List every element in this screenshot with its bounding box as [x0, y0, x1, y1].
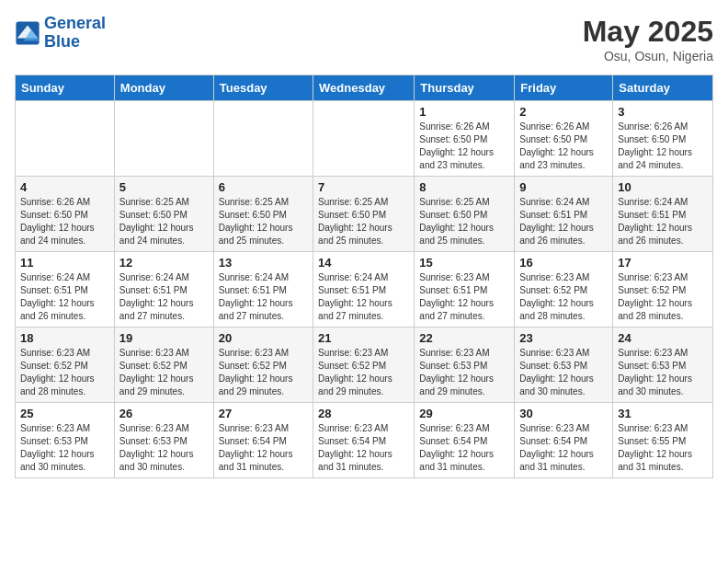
- day-number: 13: [219, 256, 308, 270]
- calendar-cell: 22Sunrise: 6:23 AM Sunset: 6:53 PM Dayli…: [415, 327, 515, 403]
- day-number: 23: [519, 331, 608, 345]
- day-number: 19: [119, 331, 209, 345]
- calendar-cell: 11Sunrise: 6:24 AM Sunset: 6:51 PM Dayli…: [16, 252, 115, 327]
- calendar-cell: 27Sunrise: 6:23 AM Sunset: 6:54 PM Dayli…: [213, 403, 313, 478]
- calendar-cell: 23Sunrise: 6:23 AM Sunset: 6:53 PM Dayli…: [515, 327, 613, 403]
- calendar-cell: 28Sunrise: 6:23 AM Sunset: 6:54 PM Dayli…: [313, 403, 415, 478]
- day-info: Sunrise: 6:26 AM Sunset: 6:50 PM Dayligh…: [20, 196, 109, 247]
- day-number: 29: [419, 407, 509, 420]
- day-number: 4: [20, 180, 109, 194]
- calendar-cell: 4Sunrise: 6:26 AM Sunset: 6:50 PM Daylig…: [16, 177, 115, 252]
- day-info: Sunrise: 6:25 AM Sunset: 6:50 PM Dayligh…: [119, 196, 209, 247]
- calendar-week-row: 25Sunrise: 6:23 AM Sunset: 6:53 PM Dayli…: [16, 403, 713, 478]
- calendar-cell: 25Sunrise: 6:23 AM Sunset: 6:53 PM Dayli…: [16, 403, 115, 478]
- day-info: Sunrise: 6:26 AM Sunset: 6:50 PM Dayligh…: [519, 121, 608, 172]
- day-number: 24: [618, 331, 708, 345]
- weekday-header: Monday: [114, 75, 213, 101]
- day-number: 7: [318, 180, 409, 194]
- day-info: Sunrise: 6:23 AM Sunset: 6:54 PM Dayligh…: [318, 422, 409, 474]
- day-number: 8: [419, 180, 509, 194]
- day-number: 20: [219, 331, 308, 345]
- month-title: May 2025: [583, 15, 713, 49]
- calendar-cell: 1Sunrise: 6:26 AM Sunset: 6:50 PM Daylig…: [415, 101, 515, 177]
- weekday-header-row: SundayMondayTuesdayWednesdayThursdayFrid…: [16, 75, 713, 101]
- day-number: 3: [618, 105, 708, 119]
- weekday-header: Saturday: [613, 75, 713, 101]
- page-header: General Blue May 2025 Osu, Osun, Nigeria: [15, 15, 713, 63]
- day-number: 22: [419, 331, 509, 345]
- calendar-cell: 8Sunrise: 6:25 AM Sunset: 6:50 PM Daylig…: [415, 177, 515, 252]
- calendar-cell: 3Sunrise: 6:26 AM Sunset: 6:50 PM Daylig…: [613, 101, 713, 177]
- day-info: Sunrise: 6:25 AM Sunset: 6:50 PM Dayligh…: [219, 196, 308, 247]
- day-number: 14: [318, 256, 409, 270]
- day-number: 25: [20, 407, 109, 420]
- day-info: Sunrise: 6:23 AM Sunset: 6:55 PM Dayligh…: [618, 422, 708, 474]
- day-number: 6: [219, 180, 308, 194]
- day-info: Sunrise: 6:23 AM Sunset: 6:52 PM Dayligh…: [318, 347, 409, 398]
- calendar-cell: 13Sunrise: 6:24 AM Sunset: 6:51 PM Dayli…: [213, 252, 313, 327]
- calendar-cell: [114, 101, 213, 177]
- calendar-cell: 31Sunrise: 6:23 AM Sunset: 6:55 PM Dayli…: [613, 403, 713, 478]
- logo: General Blue: [15, 15, 106, 52]
- day-info: Sunrise: 6:23 AM Sunset: 6:53 PM Dayligh…: [20, 422, 109, 474]
- logo-icon: [15, 20, 40, 46]
- day-info: Sunrise: 6:24 AM Sunset: 6:51 PM Dayligh…: [618, 196, 708, 247]
- calendar-cell: 9Sunrise: 6:24 AM Sunset: 6:51 PM Daylig…: [515, 177, 613, 252]
- calendar-cell: 21Sunrise: 6:23 AM Sunset: 6:52 PM Dayli…: [313, 327, 415, 403]
- logo-text: General Blue: [44, 15, 106, 52]
- day-info: Sunrise: 6:25 AM Sunset: 6:50 PM Dayligh…: [318, 196, 409, 247]
- day-info: Sunrise: 6:24 AM Sunset: 6:51 PM Dayligh…: [219, 271, 308, 323]
- day-number: 27: [219, 407, 308, 420]
- logo-line1: General: [44, 14, 106, 32]
- calendar-cell: [313, 101, 415, 177]
- calendar-week-row: 1Sunrise: 6:26 AM Sunset: 6:50 PM Daylig…: [16, 101, 713, 177]
- day-number: 11: [20, 256, 109, 270]
- calendar-table: SundayMondayTuesdayWednesdayThursdayFrid…: [15, 75, 713, 478]
- day-number: 15: [419, 256, 509, 270]
- calendar-cell: 29Sunrise: 6:23 AM Sunset: 6:54 PM Dayli…: [415, 403, 515, 478]
- day-info: Sunrise: 6:23 AM Sunset: 6:53 PM Dayligh…: [419, 347, 509, 398]
- weekday-header: Wednesday: [313, 75, 415, 101]
- day-number: 1: [419, 105, 509, 119]
- title-block: May 2025 Osu, Osun, Nigeria: [583, 15, 713, 63]
- calendar-week-row: 4Sunrise: 6:26 AM Sunset: 6:50 PM Daylig…: [16, 177, 713, 252]
- calendar-cell: 26Sunrise: 6:23 AM Sunset: 6:53 PM Dayli…: [114, 403, 213, 478]
- calendar-cell: 24Sunrise: 6:23 AM Sunset: 6:53 PM Dayli…: [613, 327, 713, 403]
- day-number: 5: [119, 180, 209, 194]
- calendar-cell: 30Sunrise: 6:23 AM Sunset: 6:54 PM Dayli…: [515, 403, 613, 478]
- day-info: Sunrise: 6:23 AM Sunset: 6:53 PM Dayligh…: [618, 347, 708, 398]
- day-info: Sunrise: 6:26 AM Sunset: 6:50 PM Dayligh…: [419, 121, 509, 172]
- day-number: 31: [618, 407, 708, 420]
- day-number: 18: [20, 331, 109, 345]
- day-info: Sunrise: 6:26 AM Sunset: 6:50 PM Dayligh…: [618, 121, 708, 172]
- calendar-cell: 14Sunrise: 6:24 AM Sunset: 6:51 PM Dayli…: [313, 252, 415, 327]
- calendar-cell: 5Sunrise: 6:25 AM Sunset: 6:50 PM Daylig…: [114, 177, 213, 252]
- day-info: Sunrise: 6:23 AM Sunset: 6:53 PM Dayligh…: [119, 422, 209, 474]
- calendar-cell: 18Sunrise: 6:23 AM Sunset: 6:52 PM Dayli…: [16, 327, 115, 403]
- day-info: Sunrise: 6:23 AM Sunset: 6:52 PM Dayligh…: [119, 347, 209, 398]
- day-number: 21: [318, 331, 409, 345]
- calendar-cell: 7Sunrise: 6:25 AM Sunset: 6:50 PM Daylig…: [313, 177, 415, 252]
- day-number: 16: [519, 256, 608, 270]
- day-info: Sunrise: 6:25 AM Sunset: 6:50 PM Dayligh…: [419, 196, 509, 247]
- day-info: Sunrise: 6:23 AM Sunset: 6:53 PM Dayligh…: [519, 347, 608, 398]
- calendar-cell: 15Sunrise: 6:23 AM Sunset: 6:51 PM Dayli…: [415, 252, 515, 327]
- calendar-cell: 6Sunrise: 6:25 AM Sunset: 6:50 PM Daylig…: [213, 177, 313, 252]
- calendar-cell: 20Sunrise: 6:23 AM Sunset: 6:52 PM Dayli…: [213, 327, 313, 403]
- day-number: 28: [318, 407, 409, 420]
- day-number: 2: [519, 105, 608, 119]
- day-number: 30: [519, 407, 608, 420]
- calendar-cell: [16, 101, 115, 177]
- weekday-header: Sunday: [16, 75, 115, 101]
- calendar-cell: 19Sunrise: 6:23 AM Sunset: 6:52 PM Dayli…: [114, 327, 213, 403]
- calendar-cell: 16Sunrise: 6:23 AM Sunset: 6:52 PM Dayli…: [515, 252, 613, 327]
- day-info: Sunrise: 6:23 AM Sunset: 6:52 PM Dayligh…: [618, 271, 708, 323]
- day-number: 26: [119, 407, 209, 420]
- day-info: Sunrise: 6:23 AM Sunset: 6:52 PM Dayligh…: [20, 347, 109, 398]
- calendar-cell: 17Sunrise: 6:23 AM Sunset: 6:52 PM Dayli…: [613, 252, 713, 327]
- calendar-cell: 10Sunrise: 6:24 AM Sunset: 6:51 PM Dayli…: [613, 177, 713, 252]
- day-info: Sunrise: 6:24 AM Sunset: 6:51 PM Dayligh…: [519, 196, 608, 247]
- weekday-header: Tuesday: [213, 75, 313, 101]
- day-number: 9: [519, 180, 608, 194]
- logo-line2: Blue: [44, 32, 80, 51]
